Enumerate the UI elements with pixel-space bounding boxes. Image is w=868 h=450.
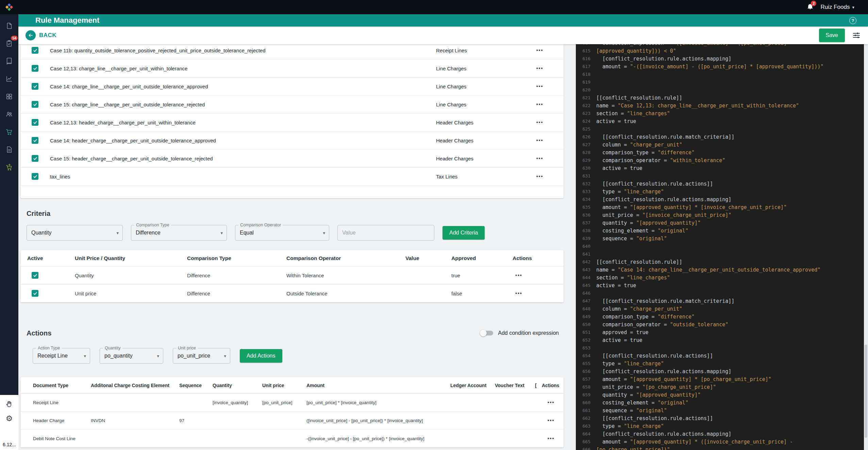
checkbox-checked[interactable] — [32, 173, 38, 180]
code-line: 617 amount = "-([invoice_amount] - ([po_… — [576, 63, 868, 70]
code-line: 656 [conflict_resolution.rule.actions.ma… — [576, 367, 868, 375]
sidebar-item-ledger[interactable] — [0, 52, 18, 70]
checkbox-checked[interactable] — [32, 155, 38, 162]
col-comparison-type: Comparison Type — [187, 255, 286, 261]
notifications-button[interactable]: 2 — [807, 3, 814, 11]
toggle-label: Add condition expression — [498, 330, 559, 336]
add-actions-button[interactable]: Add Actions — [240, 349, 282, 363]
topbar: 2 Ruiz Foods ▾ — [0, 0, 868, 14]
action-quantity-select[interactable]: Quantity po_quantity ▾ — [100, 348, 163, 364]
app-logo-icon[interactable] — [0, 3, 18, 11]
code-line: 665 amount = "[approved_quantity] * ([in… — [576, 438, 868, 446]
criteria-field-select[interactable]: Quantity ▾ — [27, 225, 123, 241]
sidebar-item-people[interactable] — [0, 105, 18, 123]
checkbox-checked[interactable] — [32, 119, 38, 126]
checkbox-checked[interactable] — [32, 101, 38, 108]
code-line: 615[approved_quantity])) < 0" — [576, 47, 868, 55]
criteria-actions-button[interactable]: ••• — [515, 273, 522, 278]
sidebar-item-analytics[interactable] — [0, 70, 18, 88]
back-label: BACK — [39, 32, 56, 39]
col-approved: Approved — [451, 255, 513, 261]
line-number: 647 — [576, 298, 590, 304]
comparison-type-select[interactable]: Comparison Type Difference ▾ — [131, 225, 227, 241]
chevron-down-icon: ▾ — [224, 353, 226, 359]
help-icon[interactable]: ? — [849, 17, 856, 24]
rule-actions-button[interactable]: ••• — [536, 102, 544, 107]
line-number: 650 — [576, 322, 590, 327]
rules-table: Case 11b: quantity_outside_tolerance_pos… — [20, 44, 564, 198]
checkbox-checked[interactable] — [32, 83, 38, 90]
account-name: Ruiz Foods — [820, 4, 850, 11]
save-button[interactable]: Save — [819, 29, 845, 42]
rule-row: Case 12,13: charge_line__charge_per_unit… — [20, 59, 564, 77]
scrollbar[interactable] — [864, 44, 868, 450]
code-line: 621[[conflict_resolution.rule]] — [576, 94, 868, 102]
code-editor[interactable]: 614 condition_expression = "([invoice_am… — [576, 44, 868, 450]
code-line: 614 condition_expression = "([invoice_am… — [576, 44, 868, 47]
criteria-table-header: Active Unit Price / Quantity Comparison … — [20, 250, 564, 266]
rule-row: Case 15: header_charge__charge_per_unit_… — [20, 150, 564, 168]
back-button[interactable]: BACK — [26, 30, 56, 40]
checkbox-checked[interactable] — [32, 47, 38, 54]
rule-actions-button[interactable]: ••• — [536, 138, 544, 143]
line-number: 641 — [576, 252, 590, 257]
comparison-operator-select[interactable]: Comparison Operator Equal ▾ — [235, 225, 329, 241]
rule-actions-button[interactable]: ••• — [536, 48, 544, 53]
action-actions-button[interactable]: ••• — [548, 436, 555, 441]
rule-actions-button[interactable]: ••• — [536, 84, 544, 89]
filter-tune-icon[interactable] — [852, 31, 861, 39]
rule-row: tax_linesTax Lines••• — [20, 168, 564, 186]
support-hand-icon[interactable] — [5, 400, 13, 409]
criteria-value-input[interactable] — [337, 225, 434, 241]
col-unit-price: Unit price — [262, 383, 306, 388]
rule-actions-button[interactable]: ••• — [536, 174, 544, 179]
criteria-actions-button[interactable]: ••• — [515, 291, 522, 296]
sidebar-item-tasks[interactable]: 54 — [0, 35, 18, 52]
line-number: 638 — [576, 228, 590, 233]
rule-actions-button[interactable]: ••• — [536, 156, 544, 161]
rule-actions-button[interactable]: ••• — [536, 66, 544, 71]
sidebar-item-documents[interactable] — [0, 17, 18, 35]
back-arrow-icon — [26, 30, 36, 40]
action-type-select[interactable]: Action Type Receipt Line ▾ — [33, 348, 90, 364]
sidebar-item-invoices[interactable] — [0, 141, 18, 158]
col-costing-element: Additonal Charge Costing Element — [91, 383, 179, 388]
settings-gear-icon[interactable]: ⚙ — [6, 415, 13, 422]
checkbox-checked[interactable] — [32, 137, 38, 144]
sidebar-item-purchasing[interactable] — [0, 123, 18, 141]
line-number: 666 — [576, 447, 590, 450]
scrollbar-thumb[interactable] — [865, 345, 867, 438]
rules-table-body: Case 11b: quantity_outside_tolerance_pos… — [20, 44, 564, 186]
col-amount: Amount — [306, 383, 450, 388]
criteria-field: Unit price — [75, 291, 187, 296]
code-line: 666[po_charge_unit_price])" — [576, 446, 868, 450]
chevron-down-icon: ▾ — [323, 230, 325, 236]
condition-expression-toggle[interactable]: Add condition expression — [481, 330, 559, 336]
code-line: 640 — [576, 242, 868, 250]
sidebar-item-modules[interactable] — [0, 88, 18, 105]
line-number: 639 — [576, 236, 590, 241]
checkbox-checked[interactable] — [32, 290, 38, 297]
code-line: 642[[conflict_resolution.rule]] — [576, 258, 868, 266]
line-number: 635 — [576, 205, 590, 210]
account-menu[interactable]: Ruiz Foods ▾ — [820, 4, 854, 11]
action-amount: -([invoice_unit_price] - [po_unit_price]… — [306, 436, 450, 441]
col-comparison-operator: Comparison Operator — [286, 255, 405, 261]
action-unit-price-select[interactable]: Unit price po_unit_price ▾ — [173, 348, 230, 364]
line-number: 618 — [576, 72, 590, 77]
sidebar-bottom: ⚙ 6.12... — [0, 395, 18, 450]
document-icon — [5, 22, 13, 30]
rule-actions-button[interactable]: ••• — [536, 120, 544, 125]
action-row: Debit Note Cost Line-([invoice_unit_pric… — [20, 430, 564, 448]
action-actions-button[interactable]: ••• — [548, 418, 555, 423]
line-number: 663 — [576, 423, 590, 429]
code-line: 624active = true — [576, 117, 868, 125]
col-actions: Actions — [513, 255, 564, 261]
checkbox-checked[interactable] — [32, 65, 38, 72]
checkbox-checked[interactable] — [32, 272, 38, 279]
line-number: 653 — [576, 345, 590, 350]
add-criteria-button[interactable]: Add Criteria — [443, 226, 485, 240]
action-actions-button[interactable]: ••• — [548, 400, 555, 405]
sidebar-item-procurement[interactable] — [0, 158, 18, 176]
code-line: 634 [conflict_resolution.rule.actions.ma… — [576, 195, 868, 203]
